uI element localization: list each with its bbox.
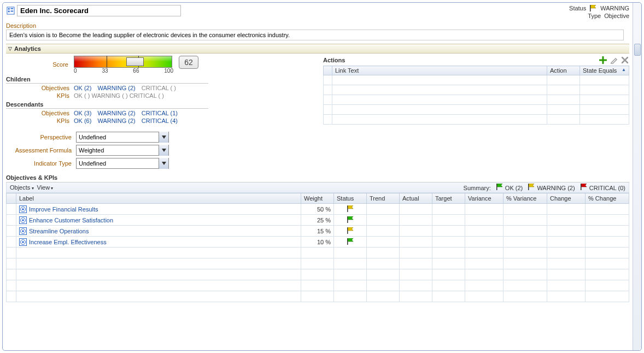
objective-link[interactable]: Enhance Customer Satisfaction: [29, 217, 113, 223]
svg-point-15: [22, 219, 24, 221]
col-pct-variance[interactable]: % Variance: [504, 193, 547, 204]
children-obj-critical: CRITICAL ( ): [142, 85, 176, 91]
col-action[interactable]: Action: [547, 66, 580, 75]
weight-cell: 25 %: [301, 215, 334, 226]
children-objectives-label: Objectives: [6, 85, 69, 91]
indicator-select[interactable]: Undefined: [76, 158, 169, 169]
children-kpi-warning: WARNING ( ): [91, 92, 127, 99]
chevron-down-icon: [159, 132, 168, 143]
perspective-select[interactable]: Undefined: [76, 132, 169, 143]
col-status[interactable]: Status: [334, 193, 367, 204]
scrollbar-thumb[interactable]: [634, 44, 641, 56]
col-actual[interactable]: Actual: [400, 193, 432, 204]
flag-icon: [347, 205, 354, 212]
descendants-header: Descendants: [6, 101, 208, 109]
desc-obj-ok[interactable]: OK (3): [74, 110, 91, 116]
okis-row[interactable]: Increase Empl. Effectiveness10 %: [7, 237, 629, 248]
svg-rect-1: [8, 8, 9, 10]
col-label[interactable]: Label: [16, 193, 301, 204]
objective-icon: [19, 227, 27, 235]
chevron-down-icon: [159, 145, 168, 156]
col-trend[interactable]: Trend: [367, 193, 400, 204]
type-value: Objective: [604, 13, 629, 19]
objective-icon: [19, 205, 27, 213]
flag-icon: [589, 5, 597, 11]
status-label: Status: [562, 5, 586, 11]
weight-cell: 15 %: [301, 226, 334, 237]
children-obj-warning[interactable]: WARNING (2): [97, 85, 135, 91]
col-change[interactable]: Change: [547, 193, 586, 204]
desc-obj-warning[interactable]: WARNING (2): [97, 110, 135, 116]
actions-row[interactable]: [324, 95, 629, 105]
objective-link[interactable]: Streamline Operations: [29, 228, 89, 234]
objective-icon: [19, 238, 27, 246]
objective-link[interactable]: Increase Empl. Effectiveness: [29, 239, 107, 245]
col-state[interactable]: State Equals▲: [580, 66, 629, 75]
delete-action-button[interactable]: [620, 56, 629, 64]
okis-row[interactable]: Improve Financial Results50 %: [7, 204, 629, 215]
actions-row[interactable]: [324, 115, 629, 125]
okis-row-empty: [7, 280, 629, 291]
tick-0: 0: [74, 68, 77, 74]
formula-label: Assessment Formula: [6, 147, 72, 154]
desc-kpi-ok[interactable]: OK (6): [74, 117, 91, 124]
weight-cell: 50 %: [301, 204, 334, 215]
flag-icon: [347, 216, 354, 223]
objects-menu[interactable]: Objects ▾: [10, 184, 34, 191]
children-kpis-label: KPIs: [6, 92, 69, 99]
actions-row[interactable]: [324, 85, 629, 95]
add-action-button[interactable]: [599, 56, 607, 64]
description-text[interactable]: Eden's vision is to Become the leading s…: [6, 30, 624, 40]
score-label: Score: [39, 56, 68, 68]
formula-select[interactable]: Weighted: [76, 145, 169, 156]
col-variance[interactable]: Variance: [465, 193, 504, 204]
col-pct-change[interactable]: % Change: [586, 193, 629, 204]
header-row: Status WARNING Type Objective: [6, 5, 629, 20]
objective-link[interactable]: Improve Financial Results: [29, 206, 98, 213]
tick-33: 33: [102, 68, 108, 74]
flag-icon: [496, 184, 504, 190]
okis-row-empty: [7, 248, 629, 258]
children-header: Children: [6, 76, 208, 84]
children-obj-ok[interactable]: OK (2): [74, 85, 91, 91]
analytics-label: Analytics: [14, 45, 41, 52]
indicator-value: Undefined: [77, 160, 159, 167]
okis-row[interactable]: Streamline Operations15 %: [7, 226, 629, 237]
okis-row-empty: [7, 258, 629, 269]
actions-row[interactable]: [324, 75, 629, 85]
collapse-icon: ▽: [8, 46, 12, 51]
okis-row[interactable]: Enhance Customer Satisfaction25 %: [7, 215, 629, 226]
analytics-section-header[interactable]: ▽ Analytics: [6, 44, 629, 54]
edit-action-button[interactable]: [610, 56, 618, 64]
desc-kpi-critical[interactable]: CRITICAL (4): [142, 117, 178, 124]
svg-point-11: [22, 208, 24, 210]
vertical-scrollbar[interactable]: [633, 3, 641, 350]
col-weight[interactable]: Weight: [301, 193, 334, 204]
flag-icon: [347, 238, 354, 245]
svg-point-23: [22, 241, 24, 243]
objective-icon: [19, 216, 27, 224]
indicator-label: Indicator Type: [6, 160, 72, 167]
desc-kpis-label: KPIs: [6, 117, 69, 124]
description-label: Description: [6, 22, 629, 29]
view-menu[interactable]: View ▾: [37, 184, 54, 191]
chevron-down-icon: [159, 158, 168, 169]
title-input[interactable]: [17, 5, 181, 16]
scorecard-icon: [6, 7, 15, 15]
actions-row[interactable]: [324, 105, 629, 115]
okis-title: Objectives & KPIs: [6, 174, 629, 183]
tick-66: 66: [133, 68, 139, 74]
desc-obj-critical[interactable]: CRITICAL (1): [142, 110, 178, 116]
svg-point-19: [22, 230, 24, 232]
okis-row-empty: [7, 291, 629, 302]
desc-kpi-warning[interactable]: WARNING (2): [97, 117, 135, 124]
col-target[interactable]: Target: [432, 193, 465, 204]
svg-rect-3: [8, 11, 9, 13]
flag-icon: [528, 184, 535, 190]
actions-title: Actions: [323, 57, 345, 63]
tick-100: 100: [164, 68, 173, 74]
perspective-value: Undefined: [77, 134, 159, 140]
desc-objectives-label: Objectives: [6, 110, 69, 116]
col-link-text[interactable]: Link Text: [332, 66, 547, 75]
gauge-marker: [126, 57, 144, 66]
